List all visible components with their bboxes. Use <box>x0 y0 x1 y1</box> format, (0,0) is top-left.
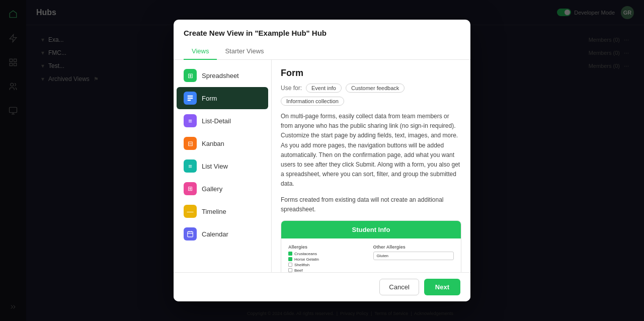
allergies-column: Allergies Crustaceans Horse Gelatin <box>288 245 369 272</box>
detail-note: Forms created from existing data will no… <box>281 195 461 214</box>
other-value: Gluten <box>377 254 389 258</box>
view-detail: Form Use for: Event info Customer feedba… <box>272 60 470 272</box>
view-item-calendar[interactable]: Calendar <box>177 223 268 245</box>
view-item-list-view[interactable]: ≡ List View <box>177 155 268 177</box>
preview-body: Allergies Crustaceans Horse Gelatin <box>281 238 461 272</box>
preview-grid: Allergies Crustaceans Horse Gelatin <box>288 245 454 272</box>
cb-label-shellfish: Shellfish <box>294 263 309 267</box>
view-item-label-kanban: Kanban <box>202 140 224 147</box>
view-list: ⊞ Spreadsheet Form ≡ List-Detail ⊟ <box>174 60 272 272</box>
cb-label-crustaceans: Crustaceans <box>294 252 317 256</box>
cb-label-beef: Beef <box>294 268 302 272</box>
list-detail-icon: ≡ <box>184 114 197 127</box>
use-for-row: Use for: Event info Customer feedback In… <box>281 84 461 106</box>
cb-label-horse-gelatin: Horse Gelatin <box>294 257 319 262</box>
cb-shellfish <box>288 263 292 267</box>
calendar-icon <box>184 227 197 240</box>
form-preview-card: Student Info Allergies Crustaceans <box>281 220 461 272</box>
modal-header: Create New View in "Example Hub" Hub Vie… <box>174 20 470 60</box>
svg-rect-11 <box>188 100 191 101</box>
allergy-beef: Beef <box>288 268 369 272</box>
detail-title: Form <box>281 68 461 78</box>
svg-rect-12 <box>188 231 193 237</box>
allergies-label: Allergies <box>288 245 369 250</box>
view-item-timeline[interactable]: — Timeline <box>177 200 268 222</box>
list-view-icon: ≡ <box>184 159 197 173</box>
kanban-icon: ⊟ <box>184 137 197 150</box>
svg-rect-10 <box>188 98 193 99</box>
view-item-label-list-detail: List-Detail <box>202 117 231 125</box>
spreadsheet-icon: ⊞ <box>184 69 197 82</box>
other-allergies-select: Gluten <box>373 252 454 260</box>
view-item-gallery[interactable]: ⊞ Gallery <box>177 178 268 200</box>
cancel-button[interactable]: Cancel <box>379 279 419 295</box>
other-allergies-label: Other Allergies <box>373 245 454 250</box>
modal-tabs: Views Starter Views <box>184 43 460 59</box>
modal-title: Create New View in "Example Hub" Hub <box>184 29 460 37</box>
svg-rect-9 <box>188 96 193 97</box>
tab-views[interactable]: Views <box>184 43 217 60</box>
allergy-horse-gelatin: Horse Gelatin <box>288 257 369 262</box>
detail-description: On multi-page forms, easily collect data… <box>281 112 461 189</box>
gallery-icon: ⊞ <box>184 182 197 195</box>
view-item-form[interactable]: Form <box>177 87 268 109</box>
view-item-spreadsheet[interactable]: ⊞ Spreadsheet <box>177 64 268 87</box>
timeline-icon: — <box>184 205 197 218</box>
cb-beef <box>288 268 292 272</box>
allergy-shellfish: Shellfish <box>288 263 369 267</box>
modal-overlay: Create New View in "Example Hub" Hub Vie… <box>0 0 644 321</box>
cb-crustaceans <box>288 252 292 256</box>
allergy-crustaceans: Crustaceans <box>288 252 369 256</box>
other-allergies-column: Other Allergies Gluten <box>373 245 454 272</box>
tag-customer-feedback: Customer feedback <box>346 84 405 93</box>
view-item-label-gallery: Gallery <box>202 185 222 193</box>
view-item-list-detail[interactable]: ≡ List-Detail <box>177 110 268 132</box>
view-item-label-form: Form <box>202 95 217 102</box>
tag-event-info: Event info <box>306 84 342 93</box>
view-item-label-calendar: Calendar <box>202 230 228 238</box>
form-icon <box>184 92 197 105</box>
view-item-label-list-view: List View <box>202 163 228 170</box>
next-button[interactable]: Next <box>424 279 460 295</box>
create-view-modal: Create New View in "Example Hub" Hub Vie… <box>174 20 470 301</box>
view-item-kanban[interactable]: ⊟ Kanban <box>177 132 268 154</box>
tag-information-collection: Information collection <box>281 97 344 106</box>
cb-horse-gelatin <box>288 257 292 261</box>
use-for-label: Use for: <box>281 85 302 92</box>
preview-header: Student Info <box>281 221 461 238</box>
view-item-label-spreadsheet: Spreadsheet <box>202 72 239 79</box>
modal-footer: Cancel Next <box>174 272 470 301</box>
modal-body: ⊞ Spreadsheet Form ≡ List-Detail ⊟ <box>174 60 470 272</box>
tab-starter-views[interactable]: Starter Views <box>217 43 272 60</box>
view-item-label-timeline: Timeline <box>202 208 226 215</box>
